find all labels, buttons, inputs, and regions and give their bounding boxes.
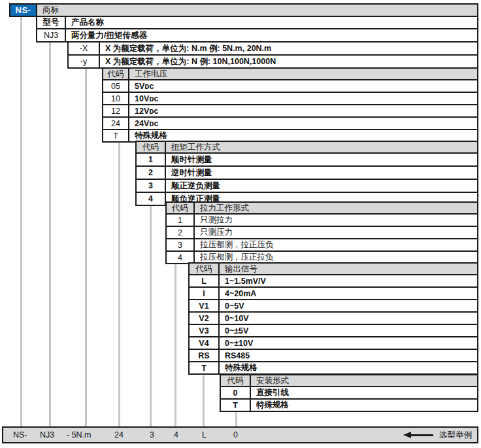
desc-cell: 10Vᴅᴄ [129,93,477,104]
code-header-label: 代码 [190,264,220,274]
code-cell: I [190,288,220,299]
code-cell: 4 [167,252,195,263]
model-selection-guide: NS- 商标 型号 产品名称 NJ3 两分量力/扭矩传感器 -X X 为额定载荷… [0,0,481,448]
code-cell: RS [190,350,220,361]
example-label: 选型举例 [439,430,472,441]
desc-cell: 1~1.5mV/V [220,275,477,286]
table-row: 0 直接引线 [221,386,477,398]
section-header: 代码 工作电压 [103,69,477,79]
example-item: 24 [114,428,124,442]
section-title: 输出信号 [220,264,477,274]
table-row: 2 只测压力 [167,226,477,238]
section-tension-mode: 代码 拉力工作形式 1 只测拉力 2 只测压力 3 拉压都测，拉正压负 4 拉压… [165,201,478,264]
connector-line-tension [174,264,176,426]
code-cell: T [221,400,251,411]
table-row: RS RS485 [190,349,477,361]
table-row: 24 24Vᴅᴄ [103,116,477,129]
section-title: 安装形式 [251,375,477,386]
desc-cell: RS485 [220,350,477,361]
code-header-label: 代码 [103,69,129,79]
left-arrow-icon [403,432,433,438]
example-item: 4 [174,428,178,442]
desc-cell: 只测压力 [195,227,477,238]
section-mounting-form: 代码 安装形式 0 直接引线 T 特殊规格 [220,374,478,412]
trademark-row: 商标 [36,3,478,17]
example-item: NJ3 [40,428,54,442]
trademark-label: 商标 [37,5,477,16]
table-row: V3 0~±5V [190,324,477,336]
connector-line-model [49,41,51,426]
table-row: V2 0~10V [190,311,477,324]
spec-row-torque-load: -X X 为额定载荷，单位为: N.m 例: 5N.m, 20N.m [67,41,478,56]
code-cell: T [103,130,129,141]
code-header-label: 代码 [221,375,251,386]
table-row: 1 只测拉力 [167,213,477,226]
section-header: 代码 输出信号 [190,264,477,274]
product-name-label: 产品名称 [66,17,477,28]
section-header: 代码 安装形式 [221,375,477,386]
code-cell: 1 [137,154,166,165]
example-item: NS- [13,428,27,442]
desc-cell: 5Vᴅᴄ [129,80,477,92]
table-row: 12 12Vᴅᴄ [103,104,477,116]
connector-line-voltage [118,141,120,426]
table-row: 4 拉压都测，压正拉负 [167,250,477,263]
section-title: 扭矩工作方式 [166,142,477,152]
desc-cell: 特殊规格 [251,400,477,411]
desc-cell: 0~±5V [220,325,477,336]
example-item: L [202,428,207,442]
desc-cell: 顺时针测量 [166,154,477,165]
spec-desc: X 为额定载荷，单位为: N.m 例: 5N.m, 20N.m [100,43,477,54]
product-name-value: 两分量力/扭矩传感器 [66,29,477,41]
table-row: V4 0~±10V [190,336,477,349]
section-header: 代码 扭矩工作方式 [137,142,477,152]
spec-row-force-load: -y X 为额定载荷，单位为: N 例: 10N,100N,1000N [67,54,478,69]
table-row: T 特殊规格 [103,129,477,141]
table-row: 05 5Vᴅᴄ [103,79,477,92]
code-cell: V1 [190,300,220,311]
code-header-label: 代码 [167,203,195,213]
code-cell: 05 [103,80,129,92]
section-title: 拉力工作形式 [195,203,477,213]
table-row: 10 10Vᴅᴄ [103,92,477,104]
table-row: T 特殊规格 [221,398,477,411]
desc-cell: 24Vᴅᴄ [129,118,477,129]
desc-cell: 0~5V [220,300,477,311]
code-cell: V2 [190,313,220,324]
code-cell: 2 [167,227,195,238]
spec-code: -X [69,43,100,54]
section-title: 工作电压 [129,69,477,79]
code-cell: 10 [103,93,129,104]
code-cell: T [190,362,220,373]
table-row: T 特殊规格 [190,361,477,373]
section-output-signal: 代码 输出信号 L 1~1.5mV/V I 4~20mA V1 0~5V V2 … [188,262,478,375]
table-row: V1 0~5V [190,299,477,311]
table-row: 3 拉压都测，拉正压负 [167,238,477,250]
example-item: 3 [150,428,154,442]
connector-line-torque [150,204,152,426]
example-bar: NS- NJ3 - 5N.m 24 3 4 L 0 选型举例 [2,426,478,443]
desc-cell: 拉压都测，压正拉负 [195,252,477,263]
code-header-label: 代码 [137,142,166,152]
model-label: 型号 [37,17,66,28]
code-cell: V4 [190,337,220,349]
desc-cell: 直接引线 [251,387,477,398]
code-cell: 4 [137,193,166,205]
table-row: 3 顺正逆负测量 [137,179,477,192]
spec-code: -y [69,56,100,67]
desc-cell: 特殊规格 [220,362,477,373]
code-cell: L [190,275,220,286]
example-item: 0 [233,428,238,442]
desc-cell: 特殊规格 [129,130,477,141]
desc-cell: 4~20mA [220,288,477,299]
desc-cell: 拉压都测，拉正压负 [195,239,477,250]
table-row: 1 顺时针测量 [137,152,477,165]
connector-line-mount [235,412,237,426]
spec-desc: X 为额定载荷，单位为: N 例: 10N,100N,1000N [100,56,477,67]
code-cell: 2 [137,167,166,179]
table-row: 2 逆时针测量 [137,165,477,179]
code-cell: 3 [167,239,195,250]
section-header: 代码 拉力工作形式 [167,203,477,213]
desc-cell: 只测拉力 [195,215,477,226]
code-cell: 3 [137,180,166,192]
